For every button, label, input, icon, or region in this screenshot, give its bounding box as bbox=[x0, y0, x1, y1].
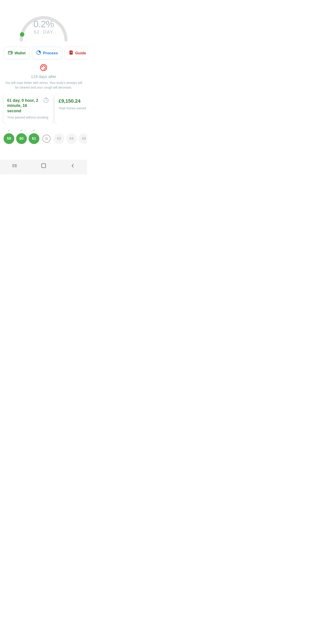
gauge-percent: 0.2% bbox=[33, 19, 54, 30]
guide-label: Guide bbox=[75, 51, 86, 56]
day-circle-64[interactable]: 64 bbox=[66, 133, 77, 144]
svg-rect-4 bbox=[70, 50, 70, 54]
money-value: £9,150.24 bbox=[58, 98, 87, 104]
day-circle-59[interactable]: 59 bbox=[4, 133, 14, 144]
day-circle-61[interactable]: 61 bbox=[28, 133, 39, 144]
svg-point-7 bbox=[40, 64, 47, 71]
gauge-section: 0.2% 62. DAY bbox=[0, 0, 87, 47]
check-62: ✓ bbox=[45, 128, 48, 132]
guide-icon bbox=[69, 50, 74, 56]
milestone-description: You will cope better with stress. Your b… bbox=[4, 80, 83, 90]
gauge-day: 62. DAY bbox=[33, 30, 54, 35]
money-stat-card: £9,150.24 Total money earned bbox=[55, 94, 87, 124]
day-item-63: ✓ 63 bbox=[54, 128, 64, 144]
bottom-nav bbox=[0, 160, 87, 174]
timer-icon bbox=[43, 97, 49, 105]
home-button[interactable] bbox=[41, 163, 46, 170]
day-item-62: ✓ bbox=[41, 128, 52, 144]
milestone-icon bbox=[40, 64, 48, 73]
app-screen: 0.2% 62. DAY Wallet Proc bbox=[0, 0, 87, 174]
check-65: ✓ bbox=[83, 128, 86, 132]
time-label: Time passed without smoking bbox=[7, 116, 49, 120]
current-day-ring bbox=[42, 134, 50, 143]
day-item-59: ✓ 59 bbox=[4, 128, 14, 144]
day-circle-60[interactable]: 60 bbox=[16, 133, 27, 144]
process-label: Process bbox=[43, 51, 58, 56]
milestone-section: 119 days after You will cope better with… bbox=[0, 64, 87, 90]
day-circle-65[interactable]: 65 bbox=[79, 133, 87, 144]
day-tracker: ✓ 59 ✓ 60 ✓ 61 ✓ ✓ 63 ✓ bbox=[0, 128, 87, 144]
wallet-icon bbox=[8, 50, 13, 56]
svg-rect-1 bbox=[11, 52, 12, 54]
check-64: ✓ bbox=[70, 128, 73, 132]
day-circle-62[interactable] bbox=[41, 133, 52, 144]
current-day-dot bbox=[46, 138, 48, 140]
gauge-progress-dot bbox=[20, 32, 24, 37]
check-59: ✓ bbox=[8, 128, 10, 132]
day-circle-63[interactable]: 63 bbox=[54, 133, 64, 144]
gauge-container: 0.2% 62. DAY bbox=[14, 5, 73, 44]
process-icon bbox=[36, 50, 41, 56]
gauge-center: 0.2% 62. DAY bbox=[33, 19, 54, 35]
money-label: Total money earned bbox=[58, 106, 87, 111]
day-item-61: ✓ 61 bbox=[28, 128, 39, 144]
back-button[interactable] bbox=[70, 163, 76, 170]
time-value: 61 day, 0 hour, 2 minute, 16 second bbox=[7, 98, 41, 114]
wallet-button[interactable]: Wallet bbox=[4, 47, 30, 60]
day-item-64: ✓ 64 bbox=[66, 128, 77, 144]
time-stat-card: 61 day, 0 hour, 2 minute, 16 second Time… bbox=[4, 94, 53, 124]
check-63: ✓ bbox=[58, 128, 60, 132]
check-61: ✓ bbox=[33, 128, 35, 132]
svg-rect-20 bbox=[42, 164, 46, 168]
day-item-60: ✓ 60 bbox=[16, 128, 27, 144]
wallet-label: Wallet bbox=[14, 51, 26, 56]
day-item-65: ✓ 65 bbox=[79, 128, 87, 144]
stats-row: 61 day, 0 hour, 2 minute, 16 second Time… bbox=[0, 94, 87, 124]
guide-button[interactable]: Guide bbox=[64, 47, 87, 60]
nav-button-row: Wallet Process Guide bbox=[0, 47, 87, 60]
process-button[interactable]: Process bbox=[32, 47, 62, 60]
check-60: ✓ bbox=[20, 128, 23, 132]
menu-button[interactable] bbox=[12, 163, 18, 170]
milestone-days: 119 days after bbox=[31, 74, 56, 79]
